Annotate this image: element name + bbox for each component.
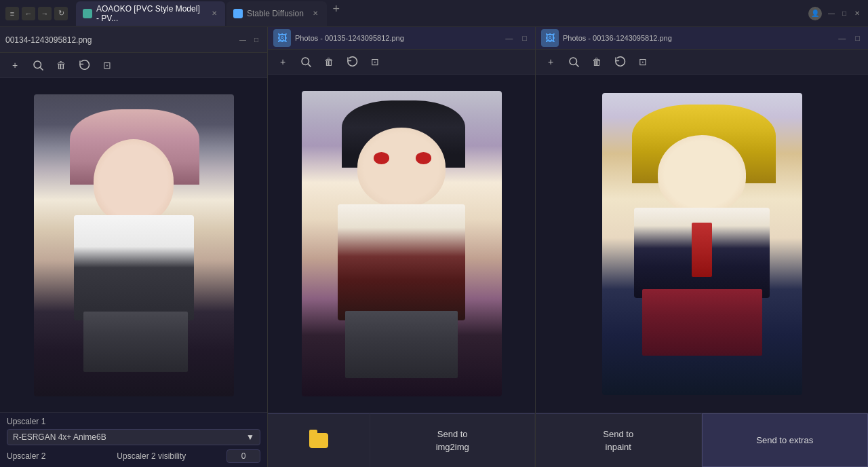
panel-right-image-icon[interactable]: 🖼: [541, 29, 559, 47]
upscaler2-value-input[interactable]: 0: [226, 449, 260, 463]
panel-middle-image-icon[interactable]: 🖼: [273, 29, 291, 47]
char-tie-right: [692, 223, 712, 277]
send-to-inpaint-button[interactable]: Send to inpaint: [536, 413, 702, 467]
rotate-icon-right: [614, 56, 626, 68]
crop-btn-right[interactable]: ⊡: [633, 52, 652, 71]
tab-close-aoaoko[interactable]: ✕: [210, 9, 218, 18]
svg-point-2: [302, 58, 309, 65]
refresh-btn[interactable]: ↻: [54, 7, 68, 20]
send-extras-label: Send to extras: [756, 435, 813, 445]
rotate-icon-left: [78, 59, 90, 71]
upscaler1-value: R-ESRGAN 4x+ Anime6B: [13, 432, 106, 442]
panel-left-header: 00134-1243095812.png — □: [0, 27, 267, 53]
rotate-btn-right[interactable]: [610, 52, 629, 71]
char-left-bg: [34, 94, 234, 396]
rotate-btn-middle[interactable]: [342, 52, 361, 71]
folder-icon: [309, 433, 328, 448]
panel-right-title: Photos - 00136-1243095812.png: [563, 34, 831, 42]
svg-line-5: [576, 64, 578, 67]
send-img2img-line1: Send to: [437, 429, 468, 439]
crop-btn-left[interactable]: ⊡: [98, 56, 117, 75]
zoom-icon-middle: [300, 56, 312, 68]
image-left: [34, 94, 234, 396]
zoom-btn-left[interactable]: [28, 56, 47, 75]
panel-right-maximize[interactable]: □: [852, 33, 863, 43]
svg-line-1: [40, 67, 43, 70]
tab-favicon-sd: [233, 9, 243, 18]
browser-chrome: ≡ ← → ↻ AOAOKO [PVC Style Model] - PV...…: [0, 0, 868, 27]
char-face-middle: [357, 128, 446, 207]
panel-left-title: 00134-1243095812.png: [5, 35, 235, 45]
tab-aoaoko[interactable]: AOAOKO [PVC Style Model] - PV... ✕: [76, 1, 225, 26]
char-eye-right-middle: [416, 152, 432, 164]
panel-left-canvas: [0, 78, 267, 412]
tab-favicon-aoaoko: [83, 9, 92, 18]
char-body-left: [74, 215, 194, 321]
panel-right-minimize[interactable]: —: [835, 33, 848, 43]
upscaler2-visibility-label: Upscaler 2 visibility: [82, 451, 221, 461]
char-right-bg: [602, 93, 802, 395]
svg-point-0: [34, 61, 41, 69]
add-btn-middle[interactable]: +: [273, 52, 292, 71]
panel-middle-toolbar: + 🗑 ⊡: [268, 50, 535, 75]
char-skirt-right: [642, 289, 762, 356]
forward-btn[interactable]: →: [38, 7, 52, 20]
minimize-btn[interactable]: —: [826, 8, 837, 19]
tab-stable-diffusion[interactable]: Stable Diffusion ✕: [226, 1, 327, 26]
send-inpaint-line1: Send to: [603, 429, 633, 439]
tab-label-aoaoko: AOAOKO [PVC Style Model] - PV...: [96, 4, 203, 23]
char-body-middle: [338, 204, 466, 320]
char-eye-left-middle: [374, 152, 390, 164]
upscaler1-label: Upscaler 1: [7, 417, 260, 426]
upscaler2-label: Upscaler 2: [7, 451, 77, 461]
svg-line-3: [308, 64, 311, 67]
close-btn[interactable]: ✕: [852, 8, 863, 19]
main-area: 00134-1243095812.png — □ + 🗑 ⊡: [0, 27, 868, 467]
send-to-img2img-button[interactable]: Send to img2img: [370, 413, 535, 467]
panels-container: 00134-1243095812.png — □ + 🗑 ⊡: [0, 27, 868, 467]
upscaler1-select[interactable]: R-ESRGAN 4x+ Anime6B ▼: [7, 429, 260, 445]
upscaler1-chevron: ▼: [246, 432, 254, 442]
panel-middle: 🖼 Photos - 00135-1243095812.png — □ + 🗑 …: [268, 27, 536, 467]
sidebar-toggle-btn[interactable]: ≡: [5, 7, 19, 20]
panel-middle-header: 🖼 Photos - 00135-1243095812.png — □: [268, 27, 535, 50]
send-inpaint-line2: inpaint: [606, 442, 631, 452]
panel-middle-minimize[interactable]: —: [502, 33, 515, 43]
delete-btn-right[interactable]: 🗑: [587, 52, 606, 71]
tab-close-sd[interactable]: ✕: [311, 9, 320, 18]
browser-right-controls: 👤 — □ ✕: [808, 7, 863, 20]
char-face-right: [658, 135, 746, 214]
user-profile-icon[interactable]: 👤: [808, 7, 822, 20]
new-tab-button[interactable]: +: [328, 1, 344, 18]
crop-btn-middle[interactable]: ⊡: [366, 52, 384, 71]
zoom-btn-middle[interactable]: [296, 52, 315, 71]
panel-left-toolbar: + 🗑 ⊡: [0, 53, 267, 78]
char-middle-bg: [302, 91, 502, 396]
browser-nav-controls: ≡ ← → ↻: [5, 7, 68, 20]
zoom-icon-left: [32, 59, 44, 71]
back-btn[interactable]: ←: [22, 7, 35, 20]
add-btn-right[interactable]: +: [541, 52, 560, 71]
char-face-left: [94, 139, 174, 224]
panel-right-header: 🖼 Photos - 00136-1243095812.png — □: [536, 27, 868, 50]
send-to-extras-button[interactable]: Send to extras: [702, 413, 869, 467]
panel-middle-canvas: [268, 75, 535, 413]
panel-left-minimize[interactable]: —: [237, 35, 248, 45]
zoom-btn-right[interactable]: [564, 52, 583, 71]
panel-right-toolbar: + 🗑 ⊡: [536, 50, 868, 75]
maximize-btn[interactable]: □: [839, 8, 850, 19]
panel-middle-maximize[interactable]: □: [519, 33, 530, 43]
add-btn-left[interactable]: +: [5, 56, 24, 75]
folder-button[interactable]: [268, 413, 370, 467]
tab-label-sd: Stable Diffusion: [247, 9, 304, 18]
delete-btn-middle[interactable]: 🗑: [319, 52, 338, 71]
char-skirt-middle: [345, 311, 457, 378]
zoom-icon-right: [568, 56, 580, 68]
delete-btn-left[interactable]: 🗑: [52, 56, 71, 75]
panel-left-maximize[interactable]: □: [251, 35, 262, 45]
upscaler2-row: Upscaler 2 Upscaler 2 visibility 0: [7, 449, 260, 463]
rotate-btn-left[interactable]: [75, 56, 94, 75]
action-bar-middle: Send to img2img: [268, 413, 535, 467]
char-skirt-left: [83, 312, 187, 372]
image-right: [602, 93, 802, 395]
